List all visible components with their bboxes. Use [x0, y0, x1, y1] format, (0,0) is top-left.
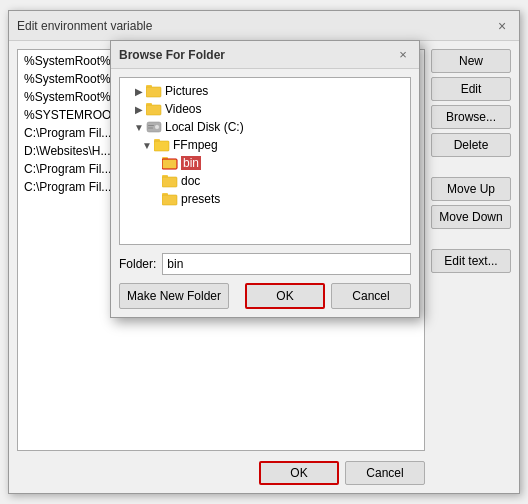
tree-label-bin: bin	[181, 156, 201, 170]
tree-arrow-doc	[148, 174, 162, 188]
browse-dialog: Browse For Folder × ▶ Pictures ▶	[110, 40, 420, 318]
make-new-folder-button[interactable]: Make New Folder	[119, 283, 229, 309]
tree-arrow-ffmpeg: ▼	[140, 138, 154, 152]
tree-item-presets[interactable]: presets	[148, 190, 406, 208]
svg-rect-9	[148, 128, 153, 129]
folder-icon-videos	[146, 101, 162, 117]
browse-button[interactable]: Browse...	[431, 105, 511, 129]
hdd-icon-c	[146, 119, 162, 135]
tree-arrow-presets	[148, 192, 162, 206]
tree-label-videos: Videos	[165, 102, 201, 116]
edit-text-button[interactable]: Edit text...	[431, 249, 511, 273]
edit-button[interactable]: Edit	[431, 77, 511, 101]
tree-item-local-disk[interactable]: ▼ Local Disk (C:)	[132, 118, 406, 136]
folder-icon-pictures	[146, 83, 162, 99]
browse-close-button[interactable]: ×	[395, 47, 411, 63]
svg-rect-20	[162, 193, 168, 196]
browse-action-buttons: Make New Folder OK Cancel	[119, 283, 411, 309]
tree-label-ffmpeg: FFmpeg	[173, 138, 218, 152]
right-panel: New Edit Browse... Delete Move Up Move D…	[431, 49, 511, 485]
tree-arrow-videos: ▶	[132, 102, 146, 116]
outer-ok-button[interactable]: OK	[259, 461, 339, 485]
svg-rect-19	[162, 195, 177, 205]
browse-titlebar: Browse For Folder ×	[111, 41, 419, 69]
tree-label-pictures: Pictures	[165, 84, 208, 98]
tree-arrow-pictures: ▶	[132, 84, 146, 98]
outer-window-title: Edit environment variable	[17, 19, 152, 33]
tree-item-ffmpeg[interactable]: ▼ FFmpeg	[140, 136, 406, 154]
svg-point-7	[155, 125, 160, 130]
outer-bottom-buttons: OK Cancel	[17, 457, 425, 485]
outer-titlebar: Edit environment variable ×	[9, 11, 519, 41]
browse-cancel-button[interactable]: Cancel	[331, 283, 411, 309]
move-up-button[interactable]: Move Up	[431, 177, 511, 201]
svg-rect-8	[148, 125, 154, 126]
folder-icon-doc	[162, 173, 178, 189]
tree-arrow-bin	[148, 156, 162, 170]
browse-ok-button[interactable]: OK	[245, 283, 325, 309]
svg-rect-4	[146, 103, 152, 106]
outer-cancel-button[interactable]: Cancel	[345, 461, 425, 485]
svg-rect-0	[146, 87, 161, 97]
browse-dialog-title: Browse For Folder	[119, 48, 225, 62]
tree-item-doc[interactable]: doc	[148, 172, 406, 190]
folder-icon-presets	[162, 191, 178, 207]
svg-rect-13	[162, 159, 177, 169]
folder-tree[interactable]: ▶ Pictures ▶	[119, 77, 411, 245]
outer-close-button[interactable]: ×	[493, 17, 511, 35]
svg-rect-17	[162, 175, 168, 178]
svg-rect-16	[162, 177, 177, 187]
folder-input[interactable]	[162, 253, 411, 275]
tree-item-videos[interactable]: ▶ Videos	[132, 100, 406, 118]
tree-label-presets: presets	[181, 192, 220, 206]
tree-item-pictures[interactable]: ▶ Pictures	[132, 82, 406, 100]
folder-icon-bin	[162, 155, 178, 171]
svg-rect-3	[146, 105, 161, 115]
svg-rect-1	[146, 85, 152, 88]
tree-label-local-disk: Local Disk (C:)	[165, 120, 244, 134]
move-down-button[interactable]: Move Down	[431, 205, 511, 229]
folder-input-row: Folder:	[119, 253, 411, 275]
tree-label-doc: doc	[181, 174, 200, 188]
new-button[interactable]: New	[431, 49, 511, 73]
tree-arrow-local-disk: ▼	[132, 120, 146, 134]
folder-icon-ffmpeg	[154, 137, 170, 153]
tree-item-bin[interactable]: bin	[148, 154, 406, 172]
browse-body: ▶ Pictures ▶	[111, 69, 419, 317]
delete-button[interactable]: Delete	[431, 133, 511, 157]
folder-label: Folder:	[119, 257, 156, 271]
